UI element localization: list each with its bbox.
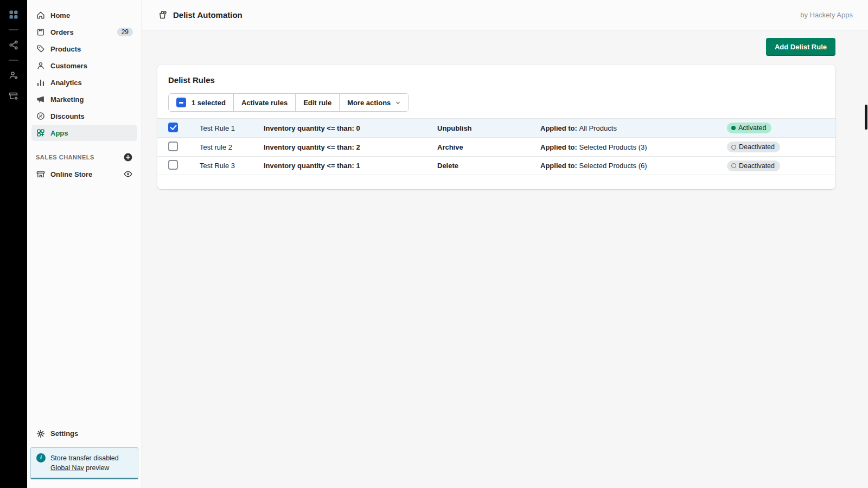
row-checkbox[interactable] [168, 160, 178, 170]
sales-channels-header: SALES CHANNELS [36, 152, 133, 162]
add-delist-rule-button[interactable]: Add Delist Rule [766, 38, 835, 56]
app-rail [0, 0, 27, 488]
sidebar-item-settings[interactable]: Settings [31, 426, 137, 442]
sidebar-item-home[interactable]: Home [31, 7, 137, 23]
bulk-actions-toolbar: 1 selected Activate rules Edit rule More… [168, 93, 409, 112]
status-badge: Deactivated [727, 160, 780, 171]
sidebar: Home Orders 29 Products Customers [27, 0, 142, 488]
sidebar-item-label: Settings [50, 429, 78, 438]
rules-table: Test Rule 1 Inventory quantity <= than: … [157, 118, 835, 175]
delist-rules-card: Delist Rules 1 selected Activate rules E… [157, 65, 835, 189]
sidebar-item-orders[interactable]: Orders 29 [31, 24, 137, 40]
rule-name: Test Rule 1 [200, 124, 264, 132]
preview-eye-icon[interactable] [123, 169, 133, 179]
sidebar-nav: Home Orders 29 Products Customers [27, 7, 142, 142]
discounts-icon [36, 111, 46, 121]
more-actions-button[interactable]: More actions [339, 94, 409, 111]
sidebar-item-label: Discounts [50, 112, 85, 120]
apps-grid-icon[interactable] [8, 9, 20, 21]
sidebar-item-label: Home [50, 11, 70, 20]
notice-line1: Store transfer disabled [50, 454, 119, 462]
rail-divider [9, 29, 18, 30]
table-row[interactable]: Test Rule 3 Inventory quantity <= than: … [157, 156, 835, 175]
customers-icon [36, 61, 46, 70]
notice-text: Store transfer disabled Global Nav previ… [50, 453, 119, 473]
rule-action: Unpublish [437, 124, 540, 132]
sidebar-item-apps[interactable]: Apps [31, 125, 137, 141]
row-checkbox[interactable] [168, 142, 178, 151]
status-badge: Deactivated [727, 142, 780, 152]
products-icon [36, 44, 46, 54]
sidebar-item-label: Apps [50, 129, 68, 137]
status-badge: Activated [727, 123, 771, 133]
sidebar-item-online-store[interactable]: Online Store [31, 166, 137, 182]
selected-count-label: 1 selected [192, 99, 226, 107]
rule-applied-to: Applied to: Selected Products (3) [540, 143, 727, 151]
more-actions-label: More actions [347, 99, 391, 107]
home-icon [36, 10, 46, 20]
status-ring-icon [731, 145, 736, 150]
sidebar-item-customers[interactable]: Customers [31, 57, 137, 74]
sidebar-item-products[interactable]: Products [31, 41, 137, 57]
rule-name: Test Rule 3 [200, 162, 264, 170]
table-row[interactable]: Test rule 2 Inventory quantity <= than: … [157, 137, 835, 156]
sidebar-item-label: Customers [50, 62, 87, 70]
sidebar-item-discounts[interactable]: Discounts [31, 108, 137, 124]
main-area: Delist Automation by Hackety Apps Add De… [142, 0, 868, 488]
apps-icon [36, 128, 46, 138]
activate-rules-button[interactable]: Activate rules [233, 94, 295, 111]
page-actions: Add Delist Rule [157, 38, 835, 56]
sidebar-item-marketing[interactable]: Marketing [31, 91, 137, 107]
share-network-icon[interactable] [8, 39, 20, 51]
selection-segment[interactable]: 1 selected [169, 94, 233, 111]
rule-applied-to: Applied to: All Products [540, 124, 727, 132]
rule-name: Test rule 2 [200, 143, 264, 151]
status-dot-icon [731, 126, 736, 130]
add-channel-button[interactable] [123, 152, 133, 162]
analytics-icon [36, 78, 46, 87]
sidebar-item-label: Orders [50, 28, 74, 36]
rule-condition: Inventory quantity <= than: 0 [264, 124, 437, 132]
notice-suffix: preview [84, 464, 110, 472]
rule-condition: Inventory quantity <= than: 2 [264, 143, 437, 151]
card-title: Delist Rules [157, 75, 835, 85]
row-checkbox[interactable] [168, 123, 178, 132]
select-all-checkbox[interactable] [176, 98, 186, 107]
page-title: Delist Automation [173, 10, 242, 20]
marketing-icon [36, 94, 46, 104]
store-transfer-notice: i Store transfer disabled Global Nav pre… [30, 447, 138, 479]
orders-count-badge: 29 [117, 28, 133, 36]
chevron-down-icon [395, 100, 401, 106]
user-settings-icon[interactable] [8, 69, 20, 81]
page-content: Add Delist Rule Delist Rules 1 selected … [142, 30, 868, 488]
rule-action: Archive [437, 143, 540, 151]
sidebar-item-label: Marketing [50, 95, 84, 104]
sidebar-item-label: Online Store [50, 170, 92, 178]
app-bag-icon [157, 10, 168, 20]
store-settings-icon[interactable] [8, 90, 20, 102]
sales-channels-label: SALES CHANNELS [36, 154, 94, 160]
rule-applied-to: Applied to: Selected Products (6) [540, 162, 727, 170]
rule-action: Delete [437, 162, 540, 170]
info-icon: i [36, 453, 46, 463]
status-ring-icon [731, 163, 736, 168]
sidebar-item-label: Analytics [50, 79, 82, 87]
app-root: Home Orders 29 Products Customers [0, 0, 868, 488]
orders-icon [36, 27, 46, 37]
table-row[interactable]: Test Rule 1 Inventory quantity <= than: … [157, 118, 835, 137]
gear-icon [36, 429, 46, 439]
edit-rule-button[interactable]: Edit rule [295, 94, 339, 111]
rail-divider [9, 60, 18, 61]
app-byline: by Hackety Apps [800, 11, 853, 19]
sidebar-item-label: Products [50, 45, 81, 53]
scrollbar-thumb[interactable] [865, 105, 867, 130]
global-nav-link[interactable]: Global Nav [50, 464, 84, 472]
sidebar-bottom: Settings i Store transfer disabled Globa… [27, 425, 142, 488]
sidebar-item-analytics[interactable]: Analytics [31, 74, 137, 91]
app-topbar: Delist Automation by Hackety Apps [142, 0, 868, 30]
rule-condition: Inventory quantity <= than: 1 [264, 162, 437, 170]
storefront-icon [36, 169, 46, 179]
